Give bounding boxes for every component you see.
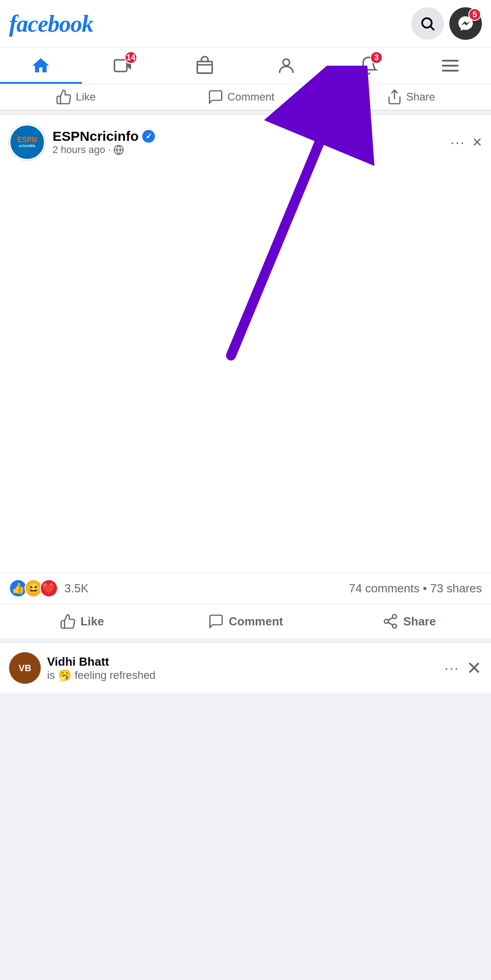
prev-comment-action[interactable]: Comment <box>207 89 274 105</box>
next-post-left: VB Vidhi Bhatt is 🥱 feeling refreshed <box>9 652 155 684</box>
next-post-chevron[interactable]: ✕ <box>467 658 482 678</box>
svg-rect-2 <box>115 60 127 72</box>
meta-dot: · <box>108 144 111 156</box>
post-header-actions: ··· × <box>450 133 482 152</box>
prev-share-label: Share <box>406 91 435 103</box>
post-content <box>0 165 491 572</box>
marketplace-icon <box>195 56 215 76</box>
menu-icon <box>440 56 460 76</box>
home-icon <box>31 56 51 76</box>
author-details: ESPNcricinfo ✓ 2 hours ago · <box>53 129 155 156</box>
prev-share-action[interactable]: Share <box>386 89 435 105</box>
header-icons: 5 <box>411 7 482 40</box>
notifications-badge: 3 <box>370 51 383 64</box>
nav-video[interactable]: 14 <box>82 48 164 84</box>
next-post-name: Vidhi Bhatt <box>47 655 155 669</box>
reaction-icons: 👍 😆 ❤️ <box>9 579 58 597</box>
verified-badge: ✓ <box>142 130 155 143</box>
like-action-icon <box>60 613 76 629</box>
more-options-button[interactable]: ··· <box>450 134 465 151</box>
post-stats: 👍 😆 ❤️ 3.5K 74 comments • 73 shares <box>0 572 491 604</box>
prev-like-action[interactable]: Like <box>56 89 96 105</box>
search-button[interactable] <box>411 7 444 40</box>
nav-marketplace[interactable] <box>164 48 246 84</box>
comment-action-icon <box>208 613 224 629</box>
video-badge: 14 <box>125 51 137 64</box>
nav-menu[interactable] <box>409 48 491 84</box>
close-post-button[interactable]: × <box>472 133 482 152</box>
like-label: Like <box>81 615 104 629</box>
author-avatar[interactable]: ESPN cricinfo <box>9 124 45 160</box>
post-action-bar: Like Comment Share <box>0 604 491 639</box>
nav-profile[interactable] <box>246 48 327 84</box>
prev-share-icon <box>386 89 403 105</box>
search-icon <box>419 15 436 32</box>
cricinfo-text: cricinfo <box>19 144 36 148</box>
svg-line-19 <box>388 618 393 620</box>
globe-icon <box>113 144 124 155</box>
author-name-row: ESPNcricinfo ✓ <box>53 129 155 144</box>
post-time: 2 hours ago <box>53 144 105 156</box>
next-post-preview: VB Vidhi Bhatt is 🥱 feeling refreshed ··… <box>0 643 491 693</box>
next-more-options[interactable]: ··· <box>444 660 459 677</box>
next-post-info: Vidhi Bhatt is 🥱 feeling refreshed <box>47 655 155 682</box>
svg-line-1 <box>431 27 434 30</box>
messenger-button[interactable]: 5 <box>449 7 482 40</box>
svg-line-18 <box>388 622 393 625</box>
post-card: ESPN cricinfo ESPNcricinfo ✓ 2 hours ago… <box>0 115 491 639</box>
prev-action-bar: Like Comment Share <box>0 84 491 111</box>
nav-notifications[interactable]: 3 <box>327 48 409 84</box>
messenger-badge: 5 <box>468 8 481 21</box>
prev-like-label: Like <box>76 91 96 103</box>
post-stats-right: 74 comments • 73 shares <box>349 581 482 596</box>
prev-comment-label: Comment <box>227 91 274 103</box>
love-reaction-icon: ❤️ <box>40 579 58 597</box>
espn-text: ESPN <box>17 136 37 144</box>
reactions-count: 3.5K <box>64 581 89 596</box>
prev-comment-icon <box>207 89 224 105</box>
reactions-left: 👍 😆 ❤️ 3.5K <box>9 579 89 597</box>
post-meta: 2 hours ago · <box>53 144 155 156</box>
nav-home[interactable] <box>0 48 82 84</box>
profile-icon <box>276 56 296 76</box>
header: facebook 5 <box>0 0 491 48</box>
next-post-avatar: VB <box>9 652 41 684</box>
prev-like-icon <box>56 89 72 105</box>
svg-rect-4 <box>197 62 212 73</box>
share-action-icon <box>382 613 399 629</box>
post-author-info: ESPN cricinfo ESPNcricinfo ✓ 2 hours ago… <box>9 124 155 160</box>
share-label: Share <box>403 615 436 629</box>
nav-bar: 14 3 <box>0 48 491 84</box>
share-button[interactable]: Share <box>327 606 491 637</box>
author-name: ESPNcricinfo <box>53 129 139 144</box>
facebook-logo: facebook <box>9 10 93 37</box>
comment-label: Comment <box>229 615 283 629</box>
next-post-action-text: is 🥱 feeling refreshed <box>47 669 155 682</box>
post-header: ESPN cricinfo ESPNcricinfo ✓ 2 hours ago… <box>0 115 491 165</box>
like-button[interactable]: Like <box>0 606 164 637</box>
comment-button[interactable]: Comment <box>164 606 327 637</box>
svg-point-6 <box>283 59 290 66</box>
